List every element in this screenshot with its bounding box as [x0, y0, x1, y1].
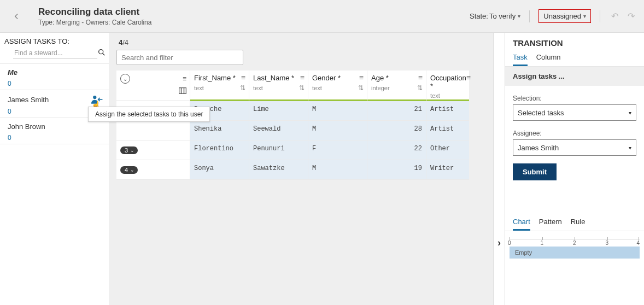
selection-label: Selection:: [513, 95, 636, 102]
selection-dropdown[interactable]: Selected tasks ▾: [513, 104, 636, 121]
assignee-dropdown-panel[interactable]: James Smith ▾: [513, 139, 636, 156]
panel-toggle[interactable]: ›: [493, 33, 505, 305]
grid-search: [116, 50, 243, 65]
cell-lastname[interactable]: Lime: [249, 101, 308, 121]
column-menu-icon[interactable]: ≡: [183, 75, 186, 83]
column-menu-icon[interactable]: ≡: [359, 74, 364, 81]
divider: [529, 10, 530, 22]
app-header: Reconciling data client Type: Merging - …: [0, 0, 644, 33]
column-menu-icon[interactable]: ≡: [466, 74, 471, 81]
cell-lastname[interactable]: Seewald: [249, 121, 308, 140]
redo-icon[interactable]: ↷: [625, 11, 636, 21]
chevron-down-icon: ▾: [629, 145, 631, 151]
steward-search: [0, 46, 109, 63]
cell-occupation[interactable]: Artist: [426, 101, 469, 121]
row-selector[interactable]: [116, 121, 190, 140]
expand-all-icon[interactable]: ⌄: [120, 74, 130, 84]
svg-line-1: [103, 54, 104, 55]
data-grid: ⌄ ≡ First_Name *≡ text⇅ Last_Name *≡: [116, 71, 469, 180]
table-row[interactable]: Shenika Seewald M 28 Artist: [116, 121, 469, 140]
chart-area: 0 1 2 3 4 Empty: [505, 231, 644, 259]
column-menu-icon[interactable]: ≡: [300, 74, 305, 81]
tab-column[interactable]: Column: [536, 53, 561, 66]
tab-pattern[interactable]: Pattern: [539, 218, 562, 231]
col-label: Age *: [371, 74, 418, 82]
cell-gender[interactable]: M: [308, 121, 367, 140]
assign-title: ASSIGN TASKS TO:: [0, 33, 109, 46]
row-pill[interactable]: 3⌄: [120, 146, 138, 154]
row-selector[interactable]: 3⌄: [116, 140, 190, 160]
cell-firstname[interactable]: Sonya: [190, 160, 249, 180]
search-icon[interactable]: [97, 48, 106, 59]
cell-firstname[interactable]: Shenika: [190, 121, 249, 140]
user-row-john[interactable]: John Brown 0: [0, 118, 109, 144]
user-row-me[interactable]: Me 0: [0, 63, 109, 90]
sort-icon[interactable]: ⇅: [358, 84, 364, 92]
tab-rule[interactable]: Rule: [571, 218, 586, 231]
cell-age[interactable]: 19: [367, 160, 426, 180]
assign-tooltip: Assign the selected tasks to this user: [88, 107, 210, 122]
grid-corner-cell: ⌄ ≡: [116, 71, 190, 101]
column-menu-icon[interactable]: ≡: [241, 74, 245, 81]
table-row[interactable]: 3⌄ Florentino Penunuri F 22 Other: [116, 140, 469, 160]
chart-bar-empty[interactable]: Empty: [510, 247, 640, 259]
col-label: First_Name *: [194, 74, 241, 82]
assignee-value: James Smith: [518, 144, 559, 152]
cell-age[interactable]: 28: [367, 121, 426, 140]
state-value: To verify: [489, 12, 516, 20]
cell-occupation[interactable]: Writer: [426, 160, 469, 180]
column-header-lastname[interactable]: Last_Name *≡ text⇅: [249, 71, 308, 101]
undo-icon[interactable]: ↶: [609, 11, 620, 21]
tab-task[interactable]: Task: [513, 53, 528, 66]
table-row[interactable]: 4⌄ Sonya Sawatzke M 19 Writer: [116, 160, 469, 180]
tab-chart[interactable]: Chart: [513, 218, 530, 231]
svg-rect-4: [179, 88, 186, 94]
col-dtype: integer: [371, 85, 390, 91]
back-arrow-icon[interactable]: [8, 8, 25, 25]
column-header-occupation[interactable]: Occupation *≡ text: [426, 71, 469, 101]
sort-icon[interactable]: ⇅: [299, 84, 305, 92]
assign-to-user-icon[interactable]: ☝ Assign the selected tasks to this user: [91, 95, 103, 104]
table-view-icon[interactable]: [179, 87, 186, 96]
column-menu-icon[interactable]: ≡: [418, 74, 423, 81]
assign-sidebar: ASSIGN TASKS TO: Me 0 James Smith: [0, 33, 112, 305]
assignee-label: Assignee:: [513, 130, 636, 137]
grid-header: ⌄ ≡ First_Name *≡ text⇅ Last_Name *≡: [116, 71, 469, 101]
state-dropdown[interactable]: State: To verify ▾: [470, 12, 520, 20]
cell-gender[interactable]: M: [308, 101, 367, 121]
user-row-james[interactable]: James Smith ☝ Assign the selected tasks …: [0, 90, 109, 118]
header-right: State: To verify ▾ Unassigned ▾ ↶ ↷: [470, 9, 636, 23]
col-label: Gender *: [312, 74, 359, 82]
grid-search-input[interactable]: [116, 50, 243, 65]
cell-lastname[interactable]: Penunuri: [249, 140, 308, 160]
assignee-dropdown[interactable]: Unassigned ▾: [538, 9, 591, 23]
assign-form: Selection: Selected tasks ▾ Assignee: Ja…: [505, 86, 644, 180]
cell-occupation[interactable]: Artist: [426, 121, 469, 140]
sort-icon[interactable]: ⇅: [417, 84, 423, 92]
cell-age[interactable]: 21: [367, 101, 426, 121]
title-block: Reconciling data client Type: Merging - …: [38, 7, 151, 26]
cell-firstname[interactable]: Florentino: [190, 140, 249, 160]
column-header-firstname[interactable]: First_Name *≡ text⇅: [190, 71, 249, 101]
cell-gender[interactable]: F: [308, 140, 367, 160]
col-dtype: text: [312, 85, 322, 91]
submit-button[interactable]: Submit: [513, 163, 557, 180]
row-pill[interactable]: 4⌄: [120, 166, 138, 174]
sort-icon[interactable]: ⇅: [240, 84, 245, 92]
assignee-value: Unassigned: [543, 12, 581, 20]
col-dtype: text: [430, 92, 440, 99]
cell-gender[interactable]: M: [308, 160, 367, 180]
steward-search-input[interactable]: [13, 48, 97, 59]
cell-occupation[interactable]: Other: [426, 140, 469, 160]
column-header-age[interactable]: Age *≡ integer⇅: [367, 71, 426, 101]
col-label: Last_Name *: [253, 74, 300, 82]
column-header-gender[interactable]: Gender *≡ text⇅: [308, 71, 367, 101]
user-name: John Brown: [8, 122, 45, 131]
cell-age[interactable]: 22: [367, 140, 426, 160]
cell-lastname[interactable]: Sawatzke: [249, 160, 308, 180]
row-selector[interactable]: 4⌄: [116, 160, 190, 180]
col-dtype: text: [253, 85, 263, 91]
chart-axis: 0 1 2 3 4: [510, 239, 640, 247]
panel-heading: TRANSITION: [505, 33, 644, 50]
user-count: 0: [8, 134, 103, 142]
